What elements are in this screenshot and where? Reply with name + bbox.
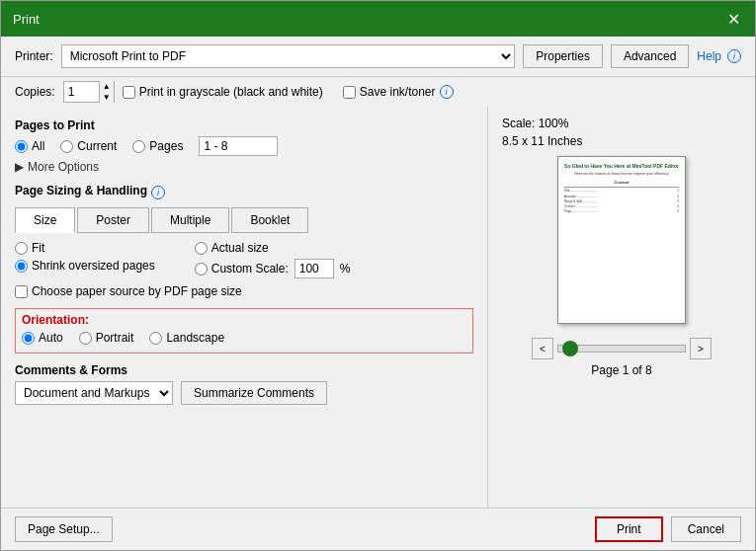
copies-row: Copies: ▲ ▼ Print in grayscale (black an… <box>1 77 755 107</box>
left-panel: Pages to Print All Current Pages <box>1 107 488 508</box>
landscape-option[interactable]: Landscape <box>149 331 224 345</box>
prev-page-button[interactable]: < <box>532 338 553 359</box>
sizing-col-left: Fit Shrink oversized pages <box>15 241 155 278</box>
preview-doc-title: So Glad to Have You Here at MiniTool PDF… <box>564 163 679 170</box>
print-options-row: Print in grayscale (black and white) Sav… <box>123 85 741 99</box>
auto-option[interactable]: Auto <box>22 331 63 345</box>
next-page-button[interactable]: > <box>690 338 712 359</box>
page-setup-button[interactable]: Page Setup... <box>15 516 113 542</box>
copies-increment[interactable]: ▲ <box>100 81 114 92</box>
pages-current-radio[interactable] <box>60 140 73 153</box>
right-panel: Scale: 100% 8.5 x 11 Inches So Glad to H… <box>488 107 755 508</box>
pages-range-label: Pages <box>149 139 183 153</box>
custom-scale-label: Custom Scale: <box>211 262 289 276</box>
size-tab[interactable]: Size <box>15 207 75 233</box>
preview-toc-title: Content <box>564 180 679 186</box>
grayscale-checkbox[interactable] <box>123 86 135 99</box>
actual-size-label: Actual size <box>211 241 269 255</box>
toc-item-2: Annotate...........................2 <box>564 195 679 198</box>
page-indicator: Page 1 of 8 <box>591 363 651 377</box>
title-bar: Print ✕ <box>1 1 755 37</box>
properties-button[interactable]: Properties <box>523 44 603 68</box>
grayscale-option[interactable]: Print in grayscale (black and white) <box>123 85 323 99</box>
shrink-radio[interactable] <box>15 260 28 273</box>
printer-label: Printer: <box>15 49 53 63</box>
shrink-option[interactable]: Shrink oversized pages <box>15 259 155 273</box>
scale-input[interactable] <box>294 259 334 278</box>
fit-label: Fit <box>32 241 44 255</box>
fit-radio[interactable] <box>15 242 28 255</box>
pages-all-option[interactable]: All <box>15 139 44 153</box>
comments-select[interactable]: Document and Markups <box>15 381 173 405</box>
toc-item-5: Page................................5 <box>564 209 679 213</box>
pages-all-label: All <box>32 139 44 153</box>
copies-label: Copies: <box>15 85 55 99</box>
landscape-label: Landscape <box>166 331 224 345</box>
sizing-info-icon[interactable]: i <box>151 186 165 199</box>
auto-radio[interactable] <box>22 332 35 345</box>
grayscale-label: Print in grayscale (black and white) <box>139 85 323 99</box>
save-ink-option[interactable]: Save ink/toner i <box>343 85 454 99</box>
preview-content: So Glad to Have You Here at MiniTool PDF… <box>564 163 679 317</box>
multiple-tab[interactable]: Multiple <box>151 207 229 233</box>
dialog-body: Pages to Print All Current Pages <box>1 107 755 508</box>
cancel-button[interactable]: Cancel <box>671 516 741 542</box>
paper-source-row: Choose paper source by PDF page size <box>15 284 473 298</box>
print-button[interactable]: Print <box>595 516 663 542</box>
more-options[interactable]: ▶ More Options <box>15 160 473 174</box>
copies-decrement[interactable]: ▼ <box>100 92 114 103</box>
portrait-radio[interactable] <box>79 332 92 345</box>
help-info-icon[interactable]: i <box>727 49 741 63</box>
custom-scale-row: Custom Scale: % <box>195 259 351 278</box>
slider-thumb <box>562 341 578 356</box>
page-slider[interactable] <box>557 345 686 353</box>
printer-select[interactable]: Microsoft Print to PDF <box>61 44 516 68</box>
dialog-title: Print <box>13 12 40 27</box>
pages-radio-row: All Current Pages <box>15 136 473 156</box>
advanced-button[interactable]: Advanced <box>611 44 689 68</box>
pages-current-option[interactable]: Current <box>60 139 117 153</box>
printer-row: Printer: Microsoft Print to PDF Properti… <box>1 37 755 77</box>
pages-range-input[interactable] <box>199 136 278 156</box>
booklet-tab[interactable]: Booklet <box>231 207 308 233</box>
shrink-label: Shrink oversized pages <box>32 259 155 273</box>
toc-item-4: Convert............................4 <box>564 204 679 208</box>
poster-tab[interactable]: Poster <box>77 207 149 233</box>
actual-size-radio[interactable] <box>195 242 208 255</box>
pages-range-radio[interactable] <box>132 140 145 153</box>
comments-controls: Document and Markups Summarize Comments <box>15 381 473 405</box>
dialog-actions: Print Cancel <box>595 516 741 542</box>
copies-input[interactable] <box>64 82 99 102</box>
paper-source-label: Choose paper source by PDF page size <box>32 284 242 298</box>
pages-range-option[interactable]: Pages <box>132 139 183 153</box>
auto-label: Auto <box>39 331 63 345</box>
actual-size-option[interactable]: Actual size <box>195 241 351 255</box>
paper-source-checkbox[interactable] <box>15 285 28 298</box>
custom-scale-radio[interactable] <box>195 263 208 276</box>
fit-option[interactable]: Fit <box>15 241 155 255</box>
custom-scale-option[interactable]: Custom Scale: <box>195 262 289 276</box>
preview-doc-subtitle: Here are the reasons to know how we impr… <box>564 172 679 177</box>
save-ink-info-icon[interactable]: i <box>440 85 454 99</box>
sizing-header: Page Sizing & Handling i <box>15 184 473 201</box>
save-ink-checkbox[interactable] <box>343 86 356 99</box>
sizing-options: Fit Shrink oversized pages Actual size <box>15 241 473 278</box>
pages-section: Pages to Print All Current Pages <box>15 118 473 174</box>
close-button[interactable]: ✕ <box>723 9 743 29</box>
help-link[interactable]: Help <box>697 49 721 63</box>
portrait-option[interactable]: Portrait <box>79 331 134 345</box>
pages-current-label: Current <box>77 139 117 153</box>
landscape-radio[interactable] <box>149 332 162 345</box>
chevron-right-icon: ▶ <box>15 160 24 174</box>
page-preview: So Glad to Have You Here at MiniTool PDF… <box>557 156 686 324</box>
scale-text: Scale: 100% <box>502 117 568 130</box>
bottom-bar: Page Setup... Print Cancel <box>1 508 755 550</box>
print-dialog: Print ✕ Printer: Microsoft Print to PDF … <box>0 0 756 551</box>
comments-section: Comments & Forms Document and Markups Su… <box>15 363 473 405</box>
orientation-section: Orientation: Auto Portrait Landscape <box>15 308 473 354</box>
copies-input-wrapper: ▲ ▼ <box>63 81 115 103</box>
size-text: 8.5 x 11 Inches <box>502 134 582 148</box>
summarize-comments-button[interactable]: Summarize Comments <box>181 381 327 405</box>
sizing-section-title: Page Sizing & Handling <box>15 184 147 197</box>
pages-all-radio[interactable] <box>15 140 28 153</box>
